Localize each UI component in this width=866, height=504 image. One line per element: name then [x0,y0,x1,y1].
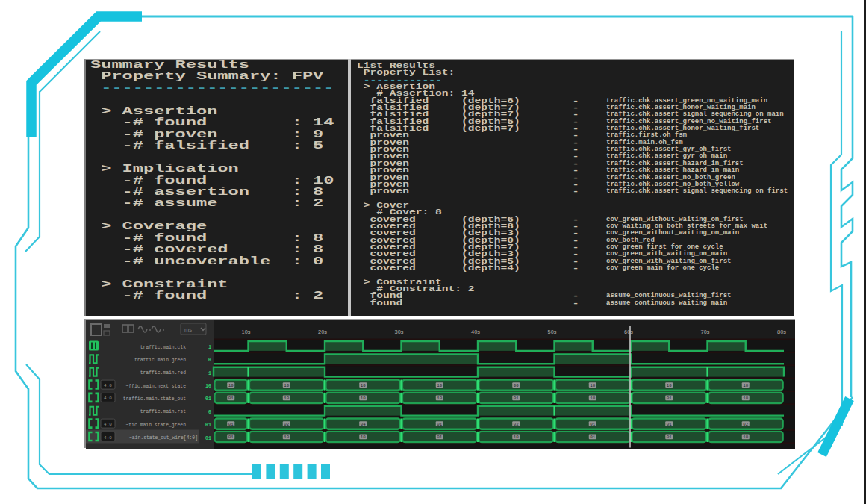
svg-text:10: 10 [361,383,366,388]
svg-text:10: 10 [361,435,366,440]
svg-text:10s: 10s [242,329,251,335]
svg-text:0: 0 [208,358,211,363]
svg-text:70s: 70s [701,329,710,335]
svg-text:40s: 40s [471,329,480,335]
svg-text:10: 10 [667,383,672,388]
svg-text:4:0: 4:0 [104,396,112,401]
svg-text:20s: 20s [318,329,327,335]
svg-text:10: 10 [590,383,595,388]
svg-text:10: 10 [205,384,211,389]
svg-text:01: 01 [437,435,442,440]
svg-text:10: 10 [284,396,289,401]
svg-text:01: 01 [590,422,595,427]
svg-text:60s: 60s [624,329,633,335]
svg-text:10: 10 [743,435,748,440]
svg-text:01: 01 [514,396,519,401]
svg-text:10: 10 [228,383,234,388]
svg-text:80s: 80s [777,329,786,335]
svg-text:30s: 30s [395,329,404,335]
svg-text:10: 10 [514,435,519,440]
svg-text:4:0: 4:0 [104,422,112,427]
svg-text:10: 10 [743,383,748,388]
svg-text:10: 10 [361,396,366,401]
svg-text:~fic.main.state_green: ~fic.main.state_green [125,423,186,428]
svg-text:0: 0 [208,410,211,415]
svg-text:traffic.main.rst: traffic.main.rst [140,409,187,414]
svg-text:traffic.main.state_out: traffic.main.state_out [123,396,187,402]
svg-text:traffic.main.red: traffic.main.red [140,370,187,376]
svg-text:~ffic.main.next_state: ~ffic.main.next_state [125,384,186,389]
svg-text:1: 1 [208,371,211,376]
svg-text:01: 01 [205,436,211,441]
svg-text:01: 01 [667,422,672,427]
svg-text:10: 10 [437,383,442,388]
svg-text:01: 01 [228,396,234,401]
svg-text:4:0: 4:0 [104,435,112,441]
svg-text:01: 01 [205,423,211,428]
svg-text:ms: ms [184,326,192,333]
svg-text:01: 01 [205,396,211,402]
svg-text:1: 1 [208,345,211,350]
svg-text:10: 10 [743,396,748,401]
svg-text:10: 10 [590,396,595,401]
svg-text:50s: 50s [548,329,557,335]
svg-text:01: 01 [590,435,595,440]
svg-text:01: 01 [228,435,234,440]
svg-text:10: 10 [437,396,442,401]
svg-text:02: 02 [743,422,748,427]
svg-text:02: 02 [514,422,519,427]
svg-text:01: 01 [667,396,672,401]
svg-text:10: 10 [284,383,289,388]
svg-text:01: 01 [437,422,442,427]
svg-text:04: 04 [361,422,366,427]
svg-text:~ain.state_out_wire[4:0]: ~ain.state_out_wire[4:0] [129,435,198,441]
svg-text:4:0: 4:0 [104,383,112,388]
svg-text:10: 10 [284,435,289,440]
svg-text:traffic.main.clk: traffic.main.clk [140,345,187,350]
svg-text:01: 01 [667,435,672,440]
svg-text:traffic.main.green: traffic.main.green [134,358,186,363]
svg-text:00: 00 [514,383,519,388]
svg-text:01: 01 [228,422,234,427]
svg-text:02: 02 [284,422,289,427]
